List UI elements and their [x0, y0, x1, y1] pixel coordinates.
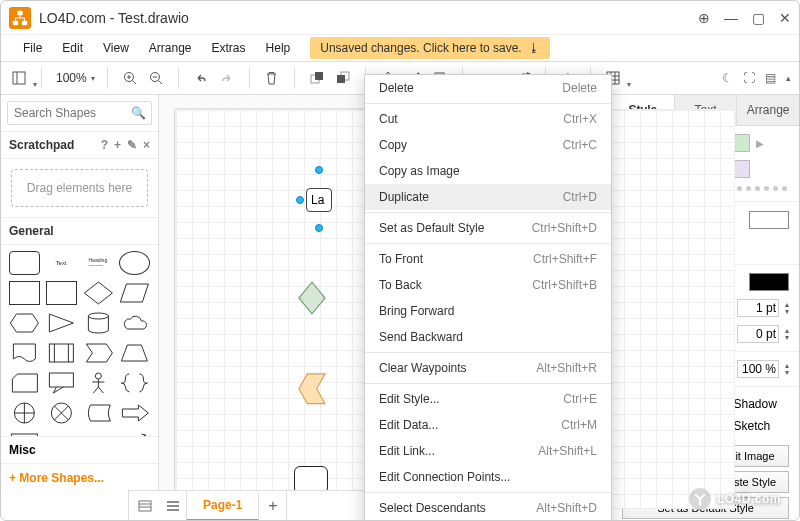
shape-rect[interactable]: [9, 281, 40, 305]
page-dot[interactable]: [746, 186, 751, 191]
canvas-selected-shape[interactable]: La: [306, 188, 332, 212]
ctx-item[interactable]: DuplicateCtrl+D: [365, 184, 611, 210]
shape-cylinder[interactable]: [83, 311, 114, 335]
shape-arrow-right[interactable]: [119, 401, 150, 425]
shape-line-curve[interactable]: [83, 431, 114, 436]
help-icon[interactable]: ?: [101, 138, 108, 152]
ctx-item[interactable]: Select DescendantsAlt+Shift+D: [365, 495, 611, 521]
ctx-item[interactable]: DeleteDelete: [365, 75, 611, 101]
shape-cloud[interactable]: [119, 311, 150, 335]
canvas-hexagon-shape[interactable]: [298, 372, 326, 408]
shape-callout[interactable]: [46, 371, 77, 395]
to-back-icon[interactable]: [333, 68, 353, 88]
shape-list[interactable]: [9, 431, 40, 436]
line-color-button[interactable]: [749, 273, 789, 291]
undo-icon[interactable]: [191, 68, 211, 88]
minimize-button[interactable]: —: [724, 10, 738, 26]
edit-icon[interactable]: ✎: [127, 138, 137, 152]
ctx-item[interactable]: Edit Link...Alt+Shift+L: [365, 438, 611, 464]
language-icon[interactable]: ⊕: [698, 10, 710, 26]
shape-braces[interactable]: [119, 371, 150, 395]
shape-hexagon[interactable]: [9, 311, 40, 335]
outline-toggle-button[interactable]: [128, 490, 160, 520]
shape-trapezoid[interactable]: [119, 341, 150, 365]
shape-step[interactable]: [83, 341, 114, 365]
selection-handle[interactable]: [315, 224, 323, 232]
tab-arrange[interactable]: Arrange: [737, 95, 799, 125]
menu-file[interactable]: File: [15, 39, 50, 57]
selection-handle[interactable]: [296, 196, 304, 204]
shape-or[interactable]: [9, 401, 40, 425]
ctx-item[interactable]: Send Backward: [365, 324, 611, 350]
redo-icon[interactable]: [217, 68, 237, 88]
ctx-item[interactable]: CopyCtrl+C: [365, 132, 611, 158]
appearance-icon[interactable]: ☾: [722, 71, 733, 85]
page-menu-button[interactable]: [159, 491, 187, 520]
scratchpad-header[interactable]: Scratchpad ? + ✎ ×: [1, 132, 158, 159]
shape-and[interactable]: [46, 401, 77, 425]
page-dot[interactable]: [773, 186, 778, 191]
shape-ellipse[interactable]: [119, 251, 150, 275]
canvas-diamond-shape[interactable]: [298, 280, 326, 316]
to-front-icon[interactable]: [307, 68, 327, 88]
ctx-item[interactable]: Edit Style...Ctrl+E: [365, 386, 611, 412]
sidebar-toggle-button[interactable]: [9, 68, 29, 88]
more-shapes-button[interactable]: + More Shapes...: [1, 463, 158, 492]
shape-document[interactable]: [9, 341, 40, 365]
shape-parallelogram[interactable]: [119, 281, 150, 305]
opacity-input[interactable]: [737, 360, 779, 378]
ctx-item[interactable]: Clear WaypointsAlt+Shift+R: [365, 355, 611, 381]
ctx-item[interactable]: To BackCtrl+Shift+B: [365, 272, 611, 298]
menu-help[interactable]: Help: [258, 39, 299, 57]
close-icon[interactable]: ×: [143, 138, 150, 152]
menu-arrange[interactable]: Arrange: [141, 39, 200, 57]
shape-rounded-rect[interactable]: [9, 251, 40, 275]
menu-view[interactable]: View: [95, 39, 137, 57]
fill-color-button[interactable]: [749, 211, 789, 229]
close-button[interactable]: ✕: [779, 10, 791, 26]
maximize-button[interactable]: ▢: [752, 10, 765, 26]
selection-handle[interactable]: [315, 166, 323, 174]
shape-diamond[interactable]: [83, 281, 114, 305]
shape-textbox[interactable]: Heading────: [83, 251, 114, 275]
shape-line-bi[interactable]: [119, 431, 150, 436]
delete-icon[interactable]: [262, 68, 282, 88]
page-dot[interactable]: [755, 186, 760, 191]
misc-section-header[interactable]: Misc: [1, 436, 158, 463]
ctx-item[interactable]: Edit Connection Points...: [365, 464, 611, 490]
shape-ibox[interactable]: [46, 341, 77, 365]
page-dot[interactable]: [782, 186, 787, 191]
zoom-in-icon[interactable]: [120, 68, 140, 88]
search-icon[interactable]: 🔍: [131, 106, 146, 120]
ctx-item[interactable]: Set as Default StyleCtrl+Shift+D: [365, 215, 611, 241]
collapse-icon[interactable]: ▴: [786, 73, 791, 83]
ctx-item[interactable]: Edit Data...Ctrl+M: [365, 412, 611, 438]
zoom-out-icon[interactable]: [146, 68, 166, 88]
shape-triangle[interactable]: [46, 311, 77, 335]
ctx-item[interactable]: Copy as Image: [365, 158, 611, 184]
swatch-next-icon[interactable]: ▶: [754, 138, 766, 149]
ctx-item[interactable]: CutCtrl+X: [365, 106, 611, 132]
page-dot[interactable]: [764, 186, 769, 191]
shape-datastorage[interactable]: [83, 401, 114, 425]
scratchpad-dropzone[interactable]: Drag elements here: [11, 169, 148, 207]
shape-card[interactable]: [9, 371, 40, 395]
unsaved-banner[interactable]: Unsaved changes. Click here to save. ⭳: [310, 37, 549, 59]
shape-actor[interactable]: [83, 371, 114, 395]
add-icon[interactable]: +: [114, 138, 121, 152]
add-page-button[interactable]: +: [259, 491, 287, 520]
menu-extras[interactable]: Extras: [204, 39, 254, 57]
ctx-item[interactable]: To FrontCtrl+Shift+F: [365, 246, 611, 272]
shape-text[interactable]: Text: [46, 251, 77, 275]
general-section-header[interactable]: General: [1, 217, 158, 245]
format-panel-icon[interactable]: ▤: [765, 71, 776, 85]
perimeter-input[interactable]: [737, 325, 779, 343]
shape-rect2[interactable]: [46, 281, 77, 305]
menu-edit[interactable]: Edit: [54, 39, 91, 57]
fullscreen-icon[interactable]: ⛶: [743, 71, 755, 85]
line-width-input[interactable]: [737, 299, 779, 317]
zoom-control[interactable]: 100%▾: [54, 71, 95, 85]
ctx-item[interactable]: Bring Forward: [365, 298, 611, 324]
page-dot[interactable]: [737, 186, 742, 191]
page-tab-1[interactable]: Page-1: [187, 492, 259, 521]
